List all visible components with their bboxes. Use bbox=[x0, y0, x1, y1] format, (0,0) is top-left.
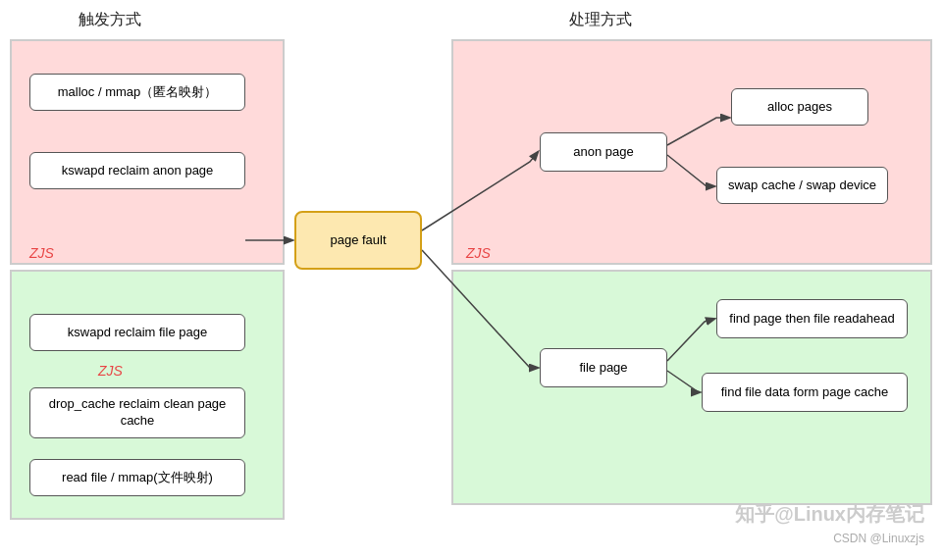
page-fault-box: page fault bbox=[294, 211, 422, 270]
watermark-sub: CSDN @Linuxzjs bbox=[735, 530, 924, 548]
find-page-box: find page then file readahead bbox=[716, 299, 908, 338]
alloc-pages-box: alloc pages bbox=[731, 88, 868, 126]
quadrant-top-right bbox=[451, 39, 932, 265]
anon-page-box: anon page bbox=[540, 132, 667, 172]
kswapd-file-box: kswapd reclaim file page bbox=[29, 314, 245, 351]
watermark: 知乎@Linux内存笔记 CSDN @Linuxzjs bbox=[735, 498, 924, 548]
header-handle: 处理方式 bbox=[569, 10, 632, 30]
malloc-mmap-box: malloc / mmap（匿名映射） bbox=[29, 74, 245, 111]
find-file-data-box: find file data form page cache bbox=[702, 373, 908, 412]
header-trigger: 触发方式 bbox=[79, 10, 141, 30]
diagram-container: 触发方式 处理方式 ZJS ZJS ZJS malloc / mmap（匿名映射… bbox=[0, 0, 944, 560]
watermark-brand: 知乎@Linux内存笔记 bbox=[735, 498, 924, 530]
swap-cache-box: swap cache / swap device bbox=[716, 167, 888, 204]
kswapd-anon-box: kswapd reclaim anon page bbox=[29, 152, 245, 189]
read-file-box: read file / mmap(文件映射) bbox=[29, 459, 245, 496]
zjs-label-bottom-left: ZJS bbox=[29, 245, 54, 261]
zjs-label-top-right: ZJS bbox=[466, 245, 491, 261]
drop-cache-box: drop_cache reclaim clean page cache bbox=[29, 387, 245, 438]
zjs-label-bottom-left2: ZJS bbox=[98, 363, 123, 379]
file-page-box: file page bbox=[540, 348, 667, 387]
